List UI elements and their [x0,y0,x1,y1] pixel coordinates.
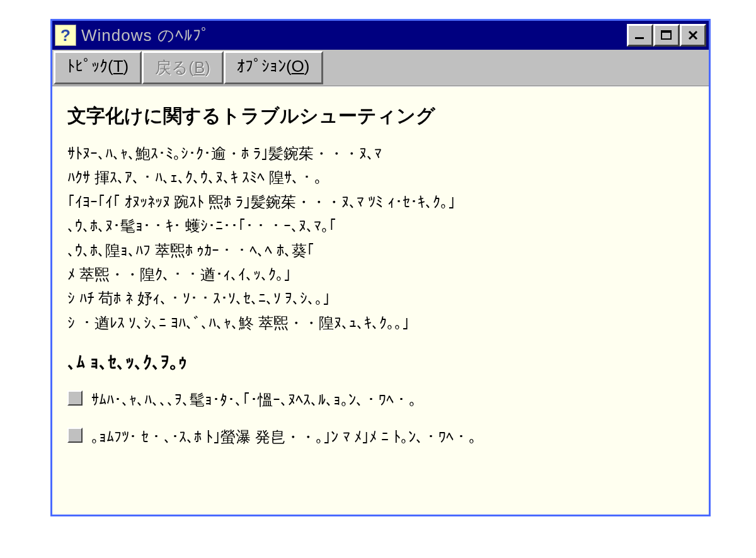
page-heading: 文字化けに関するトラブルシューティング [67,103,694,129]
toolbar: ﾄﾋﾟｯｸ(T) 戻る(B) ｵﾌﾟｼｮﾝ(O) [52,50,709,86]
list-item: ｡ｮﾑﾌﾂ･ ｾ・､･ｽ､ﾎ ﾄ｣螢瀑 発皀・・｡｣ﾝ ﾏ ﾒ｣ﾒ ﾆ ﾄ｡ﾝ､… [67,425,694,448]
body-text: ｻﾄﾇｰ､ﾊ､ｬ､鮑ｽ･ﾐ｡ｼ･ｸ･逾・ﾎ ﾗ｣髪鋺茱・・・ﾇ､ﾏ ﾊｸｻ 揮ｽ… [67,142,694,335]
bullet-icon[interactable] [67,390,83,406]
titlebar: ? Windows のﾍﾙﾌﾟ [52,21,709,50]
options-accel: O [292,57,304,76]
svg-rect-0 [635,37,644,39]
back-button: 戻る(B) [142,51,224,84]
help-icon: ? [55,25,76,46]
back-label-suffix: ) [205,58,210,77]
close-button[interactable] [680,24,706,47]
maximize-button[interactable] [653,24,680,47]
topics-label-prefix: ﾄﾋﾟｯｸ( [67,57,113,76]
topics-label-suffix: ) [123,57,129,76]
minimize-button[interactable] [627,24,653,47]
list-item: ｻﾑﾊ･､ｬ､ﾊ､､､ｦ､髦ｮ･ﾀ･､｢･慍ｰ､ﾇﾍｽ､ﾙ､ｮ｡ﾝ､・ﾜﾍ・｡ [67,388,694,411]
help-window: ? Windows のﾍﾙﾌﾟ ﾄﾋﾟｯｸ(T) 戻る(B) ｵﾌﾟｼｮﾝ(O)… [50,19,711,516]
content-area: 文字化けに関するトラブルシューティング ｻﾄﾇｰ､ﾊ､ｬ､鮑ｽ･ﾐ｡ｼ･ｸ･逾・… [52,86,709,515]
svg-rect-2 [662,31,671,33]
window-title: Windows のﾍﾙﾌﾟ [81,25,627,47]
list-item-text: ｡ｮﾑﾌﾂ･ ｾ・､･ｽ､ﾎ ﾄ｣螢瀑 発皀・・｡｣ﾝ ﾏ ﾒ｣ﾒ ﾆ ﾄ｡ﾝ､… [91,425,476,448]
options-label-suffix: ) [304,57,310,76]
options-button[interactable]: ｵﾌﾟｼｮﾝ(O) [224,51,323,84]
options-label-prefix: ｵﾌﾟｼｮﾝ( [237,57,292,76]
topics-accel: T [113,57,123,76]
sub-heading: ､ﾑ ｮ､ｾ､ｯ､ｸ､ｦ｡ｩ [67,353,694,373]
list-item-text: ｻﾑﾊ･､ｬ､ﾊ､､､ｦ､髦ｮ･ﾀ･､｢･慍ｰ､ﾇﾍｽ､ﾙ､ｮ｡ﾝ､・ﾜﾍ・｡ [91,388,416,411]
window-controls [627,24,706,47]
bullet-icon[interactable] [67,428,83,443]
back-accel: B [194,58,205,77]
back-label-prefix: 戻る( [155,58,194,77]
topics-button[interactable]: ﾄﾋﾟｯｸ(T) [54,51,142,84]
